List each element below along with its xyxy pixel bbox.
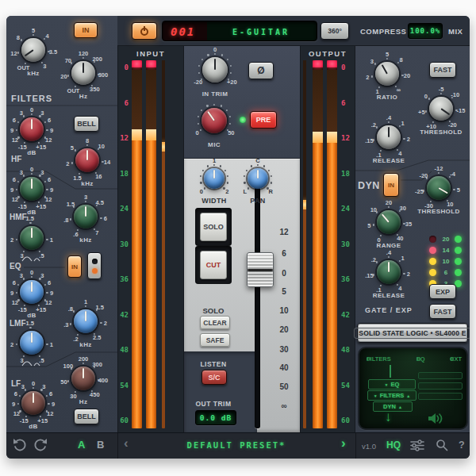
routing-radio-ext[interactable]: EXT [450,355,462,363]
lmf-gain-knob-dial[interactable] [20,280,44,304]
filters-lpf-knob-scale-label: 4 [46,33,49,40]
preset-b-button[interactable]: B [97,439,104,451]
hmf-q-knob-scale-label: 1 [50,236,53,244]
hf-freq-knob-dial[interactable] [75,148,99,172]
search-icon[interactable] [436,439,448,451]
hf-gain-knob-dial[interactable] [20,117,44,141]
comp-threshold-knob-scale-label: -5 [439,86,444,93]
range-knob-dial[interactable] [377,210,401,234]
settings-sliders-icon[interactable] [409,440,425,451]
cut-button[interactable]: CUT [200,251,227,279]
exp-button[interactable]: EXP [429,284,456,299]
mix-display[interactable]: 100.0% [408,23,443,39]
solo-safe-button[interactable]: SAFE [200,333,230,347]
comp-release-knob-dial[interactable] [377,125,401,149]
eq-label: EQ [10,262,21,271]
hf-gain-knob-scale-label: 3 [40,109,44,116]
lmf-freq-knob-dial[interactable] [74,309,98,333]
comp-threshold-knob-scale-label: +5 [418,109,425,116]
hmf-freq-knob-caption: kHz [79,236,91,244]
rotate-360-button[interactable]: 360° [321,22,349,40]
hmf-gain-knob-scale-label: 12 [12,196,18,203]
preset-display[interactable]: 001 E-GUITAR [162,21,317,41]
gate-threshold-knob-scale-label: 5 [457,186,460,194]
gate-release-knob-dial[interactable] [377,260,401,284]
preset-prev-button[interactable]: ‹ [124,436,129,451]
hmf-label: HMF [10,213,27,221]
comp-threshold-knob-pointer [440,108,450,116]
power-button[interactable] [132,22,157,40]
lf-gain-knob-scale-label: 6 [49,390,52,397]
routing-output-arrow: ↓ [385,409,392,425]
out-trim-display[interactable]: 0.0 dB [195,410,236,425]
pan-knob-dial[interactable] [248,168,268,189]
undo-icon[interactable] [13,438,27,451]
routing-row-eq[interactable]: ▼ EQ [368,379,416,390]
hf-bell-button[interactable]: BELL [74,116,99,132]
hmf-gain-knob-scale-label: -15 [18,203,27,210]
filters-lpf-knob-scale-label: 3.5 [49,48,57,56]
routing-slot [418,372,463,379]
output-meter-scale-label: 36 [341,275,355,283]
eq-type-dot-black [92,259,98,264]
lmf-freq-knob-scale-label: 2.5 [93,334,101,341]
lmf-q-knob-dial[interactable] [20,331,44,355]
lf-freq-knob-dial[interactable] [71,367,95,390]
solo-button[interactable]: SOLO [200,213,227,241]
output-meter-lit [313,143,323,428]
fader-track[interactable] [255,168,260,428]
eq-type-button[interactable] [87,252,102,279]
filters-hpf-knob-dial[interactable] [71,61,95,85]
routing-row-dyn[interactable]: DYN ▲ [373,401,413,412]
filters-in-button[interactable]: IN [74,22,98,38]
fader-handle[interactable] [247,252,274,287]
hmf-q-knob-bell-curves-icon [21,255,42,262]
fader-scale-label: 50 [273,382,295,391]
gate-threshold-knob-dial[interactable] [427,176,451,200]
gate-fast-button[interactable]: FAST [429,304,456,319]
input-meter-peak-band [146,129,156,140]
comp-fast-button[interactable]: FAST [429,62,456,78]
hmf-freq-knob-scale-label: 4.5 [95,199,103,206]
help-button[interactable]: ? [459,440,465,451]
lf-gain-knob-dial[interactable] [21,391,45,415]
input-meter-scale-label: 0 [111,63,129,71]
eq-in-button[interactable]: IN [67,255,82,278]
gate-threshold-knob-scale-label: -12 [435,165,443,172]
routing-radio-eq[interactable]: EQ [416,355,425,363]
ratio-knob-dial[interactable] [375,62,399,86]
hq-button[interactable]: HQ [386,440,401,451]
phase-button[interactable]: Ø [248,62,274,79]
hmf-q-knob-dial[interactable] [20,226,44,250]
listen-sc-button[interactable]: S/C [202,370,227,385]
routing-radio-filters[interactable]: FILTERS [367,355,391,363]
output-meter-peak-band [327,132,337,143]
hmf-freq-knob-dial[interactable] [74,205,98,228]
gate-threshold-knob-pointer [438,187,447,194]
filters-lpf-knob-dial[interactable] [21,38,45,62]
preset-a-button[interactable]: A [78,439,85,451]
solo-clear-button[interactable]: CLEAR [200,316,230,329]
width-knob-pointer [213,170,216,178]
preset-name-bar[interactable]: DEFAULT PRESET* [133,440,340,450]
routing-row-filters[interactable]: ▼ FILTERS ▲ [367,390,416,401]
ratio-knob-scale-label: 20 [404,72,410,79]
redo-icon[interactable] [33,438,48,451]
output-peak-dark [303,60,306,200]
hmf-gain-knob-dial[interactable] [20,177,44,201]
gate-release-knob-scale-label: 1 [401,255,405,262]
input-meter-scale-label: 6 [111,99,129,107]
width-knob-dial[interactable] [204,168,225,189]
dyn-in-button[interactable]: IN [383,173,399,197]
range-knob-scale-label: 40 [397,235,403,242]
pre-button[interactable]: PRE [250,111,277,129]
ratio-knob-scale-label: 2 [366,74,369,81]
lf-bell-button[interactable]: BELL [74,409,99,424]
ratio-knob-scale-label: ∞ [397,86,401,94]
comp-release-knob-caption: RELEASE [373,157,405,164]
comp-threshold-knob-dial[interactable] [429,97,453,121]
in-trim-knob-dial[interactable] [202,57,228,83]
preset-next-button[interactable]: › [341,436,346,451]
mic-knob-dial[interactable] [202,108,227,133]
hmf-gain-knob-scale-label: 9 [10,186,13,193]
